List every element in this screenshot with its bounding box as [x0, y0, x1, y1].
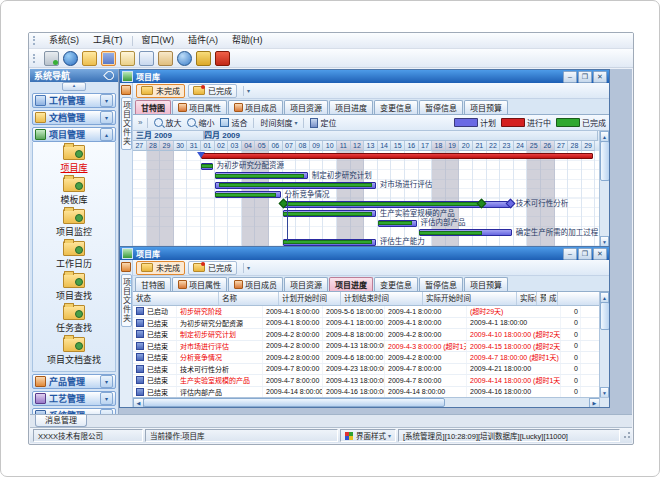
sidebar-section-product[interactable]: 产品管理 [32, 374, 116, 389]
table-window-titlebar[interactable]: 项目库 [120, 247, 609, 260]
chevron-down-icon[interactable] [100, 94, 113, 107]
filter-overflow-icon[interactable] [247, 87, 250, 94]
为初步研究分配资源[interactable]: 已结束为初步研究分配资源2009-4-1 8:00:002009-4-1 18:… [133, 318, 600, 330]
scroll-thumb[interactable] [143, 398, 445, 407]
side-tab-project-folder[interactable]: 项目文件夹 [121, 274, 132, 327]
scroll-thumb[interactable] [600, 141, 609, 181]
chevron-down-icon[interactable] [100, 375, 113, 388]
unfinished-filter-button[interactable]: 未完成 [136, 261, 185, 275]
sidebar-item[interactable]: 工作日历 [56, 241, 92, 270]
tab[interactable]: 项目进度 [329, 277, 373, 291]
tab[interactable]: 变更信息 [374, 277, 418, 291]
column-header[interactable]: 实际结束时间 [517, 292, 537, 305]
tab[interactable]: 变更信息 [374, 100, 418, 114]
tab[interactable]: 项目资源 [284, 100, 328, 114]
tab[interactable]: 暂停信息 [419, 100, 463, 114]
tab[interactable]: 暂停信息 [419, 277, 463, 291]
network-icon[interactable] [63, 51, 78, 66]
初步研究阶段[interactable]: 已启动初步研究阶段2009-4-1 8:00:002009-5-6 18:00:… [133, 306, 600, 318]
sidebar-item[interactable]: 模板库 [60, 177, 87, 206]
column-header[interactable]: 计划开始时间 [279, 292, 341, 305]
gantt-bar-inprogress[interactable] [201, 153, 593, 159]
filter-overflow-icon[interactable] [247, 264, 250, 271]
menu-help[interactable]: 帮助(H) [225, 33, 270, 48]
column-header[interactable]: 计划结束时间 [341, 292, 423, 305]
zoom-out-button[interactable]: 缩小 [184, 117, 217, 128]
tab[interactable]: 项目成员 [228, 277, 283, 291]
技术可行性分析[interactable]: 已结束技术可行性分析2009-4-7 8:00:002009-4-23 18:0… [133, 364, 600, 376]
close-button[interactable] [593, 248, 607, 260]
gantt-month-header: 三月 2009 [133, 131, 204, 141]
chevron-up-icon[interactable] [100, 128, 113, 141]
time-scale-dropdown[interactable]: 时间刻度 [257, 117, 300, 128]
minimize-button[interactable] [563, 248, 577, 260]
column-header[interactable]: 成 [546, 292, 558, 305]
tab-message-management[interactable]: 消息管理 [35, 415, 87, 427]
weekend-stripe [160, 151, 174, 247]
tab[interactable]: 项目属性 [172, 277, 227, 291]
column-header[interactable]: 名称 [219, 292, 279, 305]
sidebar-item[interactable]: 项目监控 [56, 209, 92, 238]
table-horizontal-scrollbar[interactable] [133, 397, 600, 407]
tab[interactable]: 项目成员 [228, 100, 283, 114]
column-header[interactable]: 实际开始时间 [423, 292, 517, 305]
save-icon[interactable] [101, 51, 116, 66]
column-header[interactable]: 预算 [537, 292, 546, 305]
tab[interactable]: 项目进度 [329, 100, 373, 114]
tab[interactable]: 项目预算 [464, 277, 508, 291]
help-icon[interactable] [177, 51, 192, 66]
fit-button[interactable]: 适合 [217, 117, 250, 128]
menu-window[interactable]: 窗口(W) [135, 33, 182, 48]
collapse-button[interactable] [62, 82, 86, 91]
tab[interactable]: 项目预算 [464, 100, 508, 114]
sidebar-section-craft[interactable]: 工艺管理 [32, 391, 116, 406]
chevron-down-icon[interactable] [100, 392, 113, 405]
toolbar-overflow-icon[interactable] [136, 118, 144, 127]
minimize-button[interactable] [563, 71, 577, 83]
finished-filter-button[interactable]: 已完成 [188, 261, 237, 275]
lock-icon[interactable] [196, 51, 211, 66]
workspace-icon[interactable] [44, 51, 59, 66]
restore-button[interactable] [578, 248, 592, 260]
status-icon [136, 365, 144, 373]
menu-system[interactable]: 系统(S) [42, 33, 86, 48]
sidebar-item[interactable]: 项目查找 [56, 273, 92, 302]
exit-icon[interactable] [215, 51, 230, 66]
制定初步研究计划[interactable]: 已结束制定初步研究计划2009-4-2 8:00:002009-4-8 18:0… [133, 329, 600, 341]
tab[interactable]: 甘特图 [135, 100, 171, 114]
对市场进行评估[interactable]: 已结束对市场进行评估2009-4-2 8:00:002009-4-13 18:0… [133, 341, 600, 353]
menu-plugins[interactable]: 插件(A) [181, 33, 225, 48]
tab[interactable]: 项目属性 [172, 100, 227, 114]
sidebar-item[interactable]: 项目文档查找 [47, 337, 101, 366]
finished-filter-button[interactable]: 已完成 [188, 84, 237, 98]
gantt-vertical-scrollbar[interactable] [599, 131, 609, 247]
scroll-thumb[interactable] [600, 302, 609, 330]
sidebar-item[interactable]: 项目库 [60, 145, 87, 174]
unfinished-filter-button[interactable]: 未完成 [136, 84, 185, 98]
分析竞争情况[interactable]: 已结束分析竞争情况2009-4-2 8:00:002009-4-6 18:00:… [133, 352, 600, 364]
side-tab-project-folder[interactable]: 项目文件夹 [121, 97, 132, 150]
sidebar-section-document[interactable]: 文档管理 [32, 110, 116, 125]
resize-grip[interactable] [622, 432, 630, 440]
zoom-in-button[interactable]: 放大 [151, 117, 184, 128]
restore-button[interactable] [578, 71, 592, 83]
sidebar-section-project[interactable]: 项目管理 [32, 127, 116, 142]
report-icon[interactable] [120, 51, 135, 66]
sidebar-item[interactable]: 任务查找 [56, 305, 92, 334]
chevron-down-icon[interactable] [100, 111, 113, 124]
mail-icon[interactable] [158, 51, 173, 66]
message-icon[interactable] [139, 51, 154, 66]
gantt-window-titlebar[interactable]: 项目库 [120, 70, 609, 83]
table-vertical-scrollbar[interactable] [599, 292, 609, 398]
ui-style-dropdown[interactable]: 界面样式 [340, 429, 396, 442]
column-header[interactable]: 状态 [133, 292, 219, 305]
生产实验室规模的产品[interactable]: 已结束生产实验室规模的产品2009-4-7 8:00:002009-4-13 1… [133, 375, 600, 387]
open-folder-icon[interactable] [82, 51, 97, 66]
tab[interactable]: 项目资源 [284, 277, 328, 291]
locate-button[interactable]: 定位 [307, 117, 339, 128]
sidebar-section-work[interactable]: 工作管理 [32, 93, 116, 108]
menu-tools[interactable]: 工具(T) [86, 33, 130, 48]
pin-icon[interactable] [103, 69, 116, 82]
close-button[interactable] [593, 71, 607, 83]
tab[interactable]: 甘特图 [135, 277, 171, 291]
